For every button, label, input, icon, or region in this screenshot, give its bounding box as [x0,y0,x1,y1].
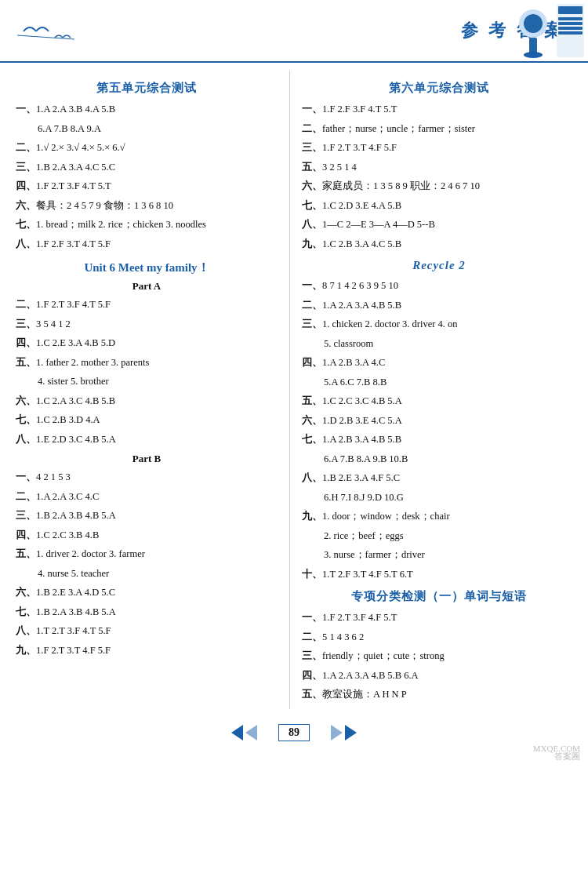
sp-line-4: 四、1.A 2.A 3.A 4.B 5.B 6.A [302,667,576,685]
s1-line-7: 七、1. bread；milk 2. rice；chicken 3. noodl… [16,216,278,234]
pB-line-8: 七、1.B 2.A 3.B 4.B 5.A [16,603,278,621]
svg-rect-5 [558,27,583,30]
pB-line-4: 四、1.C 2.C 3.B 4.B [16,526,278,544]
main-content: 第五单元综合测试 一、1.A 2.A 3.B 4.A 5.B 6.A 7.B 8… [0,63,588,717]
s2-line-8: 九、1.C 2.B 3.A 4.C 5.B [302,235,576,253]
r2-line-15: 3. nurse；farmer；driver [302,546,576,564]
pB-line-1: 一、4 2 1 5 3 [16,468,278,486]
s1-line-1: 一、1.A 2.A 3.B 4.A 5.B [16,100,278,118]
pB-line-5: 五、1. driver 2. doctor 3. farmer [16,545,278,563]
recycle2-answers: 一、8 7 1 4 2 6 3 9 5 10 二、1.A 2.A 3.A 4.B… [302,277,576,583]
pA-line-1: 二、1.F 2.T 3.F 4.T 5.F [16,296,278,314]
special-title: 专项分类检测（一）单词与短语 [302,589,576,604]
r2-line-14: 2. rice；beef；eggs [302,527,576,545]
section1-title: 第五单元综合测试 [16,81,278,96]
pB-line-9: 八、1.T 2.T 3.F 4.T 5.F [16,622,278,640]
pA-line-2: 三、3 5 4 1 2 [16,315,278,333]
s1-line-4: 三、1.B 2.A 3.A 4.C 5.C [16,158,278,176]
svg-marker-11 [231,725,243,741]
r2-line-4: 5. classroom [302,335,576,353]
unit6-title: Unit 6 Meet my family！ [16,260,278,275]
recycle2-title: Recycle 2 [302,259,576,272]
s2-line-4: 五、3 2 5 1 4 [302,158,576,176]
svg-marker-13 [345,725,357,741]
sp-line-1: 一、1.F 2.T 3.F 4.F 5.T [302,609,576,627]
svg-rect-4 [558,22,583,25]
s2-line-6: 七、1.C 2.D 3.E 4.A 5.B [302,197,576,215]
svg-marker-14 [331,725,343,741]
r2-line-10: 6.A 7.B 8.A 9.B 10.B [302,450,576,468]
pB-line-7: 六、1.B 2.E 3.A 4.D 5.C [16,584,278,602]
r2-line-3: 三、1. chicken 2. doctor 3. driver 4. on [302,315,576,333]
pA-line-5: 4. sister 5. brother [16,373,278,391]
r2-line-7: 五、1.C 2.C 3.C 4.B 5.A [302,392,576,410]
r2-line-6: 5.A 6.C 7.B 8.B [302,373,576,391]
partA-title: Part A [16,280,278,293]
r2-line-8: 六、1.D 2.B 3.E 4.C 5.A [302,412,576,430]
s2-line-7: 八、1—C 2—E 3—A 4—D 5--B [302,216,576,234]
svg-point-8 [524,14,543,33]
section2-answers: 一、1.F 2.F 3.F 4.T 5.T 二、father；nurse；unc… [302,100,576,253]
left-column: 第五单元综合测试 一、1.A 2.A 3.B 4.A 5.B 6.A 7.B 8… [0,71,290,709]
pA-line-3: 四、1.C 2.E 3.A 4.B 5.D [16,334,278,352]
special-answers: 一、1.F 2.T 3.F 4.F 5.T 二、5 1 4 3 6 2 三、fr… [302,609,576,704]
r2-line-5: 四、1.A 2.B 3.A 4.C [302,354,576,372]
pA-line-8: 八、1.E 2.D 3.C 4.B 5.A [16,431,278,449]
partB-title: Part B [16,453,278,465]
s2-line-1: 一、1.F 2.F 3.F 4.T 5.T [302,100,576,118]
pB-line-2: 二、1.A 2.A 3.C 4.C [16,488,278,506]
pB-line-3: 三、1.B 2.A 3.B 4.B 5.A [16,507,278,525]
page-footer: 89 答案圈 MXQE.COM [0,725,588,764]
r2-line-13: 九、1. door；window；desk；chair [302,508,576,526]
s1-line-8: 八、1.F 2.F 3.T 4.T 5.F [16,235,278,253]
r2-line-11: 八、1.B 2.E 3.A 4.F 5.C [302,469,576,487]
svg-rect-6 [558,31,583,35]
right-column: 第六单元综合测试 一、1.F 2.F 3.F 4.T 5.T 二、father；… [290,71,588,709]
section2-title: 第六单元综合测试 [302,81,576,96]
sp-line-2: 二、5 1 4 3 6 2 [302,628,576,646]
page-header: 参 考 答 案 [0,0,588,63]
svg-rect-2 [558,6,583,14]
s1-line-6: 六、餐具：2 4 5 7 9 食物：1 3 6 8 10 [16,197,278,215]
pA-line-7: 七、1.C 2.B 3.D 4.A [16,411,278,429]
s2-line-2: 二、father；nurse；uncle；farmer；sister [302,120,576,138]
pB-line-10: 九、1.F 2.T 3.T 4.F 5.F [16,642,278,660]
s1-line-3: 二、1.√ 2.× 3.√ 4.× 5.× 6.√ [16,139,278,157]
page-number-area: 89 [231,723,357,742]
r2-line-9: 七、1.A 2.B 3.A 4.B 5.B [302,431,576,449]
s2-line-3: 三、1.F 2.T 3.T 4.F 5.F [302,139,576,157]
svg-marker-12 [245,725,257,741]
footer-right-deco [310,723,357,742]
r2-line-2: 二、1.A 2.A 3.A 4.B 5.B [302,297,576,315]
s1-line-2: 6.A 7.B 8.A 9.A [16,120,278,138]
pB-line-6: 4. nurse 5. teacher [16,565,278,583]
pA-line-4: 五、1. father 2. mother 3. parents [16,354,278,372]
sp-line-5: 五、教室设施：A H N P [302,686,576,704]
header-birds-decoration [16,8,86,47]
r2-line-16: 十、1.T 2.F 3.T 4.F 5.T 6.T [302,566,576,584]
footer-left-deco [231,723,278,742]
r2-line-1: 一、8 7 1 4 2 6 3 9 5 10 [302,277,576,295]
svg-rect-3 [558,17,583,20]
page-number: 89 [278,724,310,741]
domain: MXQE.COM [533,744,580,753]
s2-line-5: 六、家庭成员：1 3 5 8 9 职业：2 4 6 7 10 [302,177,576,195]
header-right-decoration [494,0,588,61]
partB-answers: 一、4 2 1 5 3 二、1.A 2.A 3.C 4.C 三、1.B 2.A … [16,468,278,659]
svg-point-10 [524,52,543,58]
section1-answers: 一、1.A 2.A 3.B 4.A 5.B 6.A 7.B 8.A 9.A 二、… [16,100,278,253]
r2-line-12: 6.H 7.I 8.J 9.D 10.G [302,489,576,507]
svg-rect-9 [529,38,537,53]
s1-line-5: 四、1.F 2.T 3.F 4.T 5.T [16,177,278,195]
partA-answers: 二、1.F 2.T 3.F 4.T 5.F 三、3 5 4 1 2 四、1.C … [16,296,278,448]
pA-line-6: 六、1.C 2.A 3.C 4.B 5.B [16,392,278,410]
sp-line-3: 三、friendly；quiet；cute；strong [302,647,576,665]
